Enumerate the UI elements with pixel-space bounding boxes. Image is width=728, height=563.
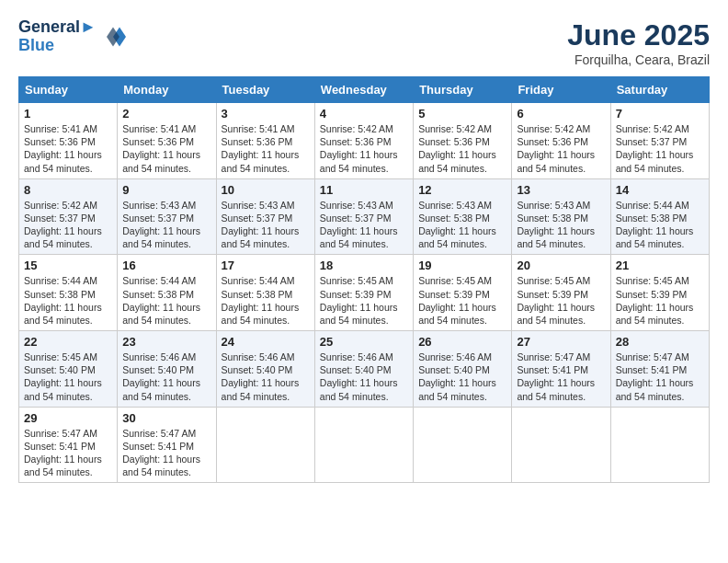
day-info: Sunrise: 5:44 AMSunset: 5:38 PMDaylight:…	[24, 275, 102, 326]
calendar-cell: 9 Sunrise: 5:43 AMSunset: 5:37 PMDayligh…	[118, 178, 216, 255]
day-info: Sunrise: 5:41 AMSunset: 5:36 PMDaylight:…	[222, 123, 300, 174]
calendar-cell: 12 Sunrise: 5:43 AMSunset: 5:38 PMDaylig…	[414, 178, 512, 255]
day-number: 12	[418, 183, 506, 197]
day-info: Sunrise: 5:46 AMSunset: 5:40 PMDaylight:…	[320, 351, 398, 402]
calendar-cell	[512, 407, 610, 483]
day-number: 21	[616, 259, 704, 272]
weekday-header-wednesday: Wednesday	[314, 77, 413, 103]
calendar-cell: 4 Sunrise: 5:42 AMSunset: 5:36 PMDayligh…	[314, 103, 413, 179]
day-number: 5	[418, 107, 506, 121]
weekday-header-friday: Friday	[512, 77, 610, 103]
calendar-cell: 25 Sunrise: 5:46 AMSunset: 5:40 PMDaylig…	[314, 331, 413, 408]
calendar-cell: 30 Sunrise: 5:47 AMSunset: 5:41 PMDaylig…	[118, 407, 216, 483]
weekday-header-monday: Monday	[118, 77, 216, 103]
calendar-week-1: 1 Sunrise: 5:41 AMSunset: 5:36 PMDayligh…	[19, 103, 710, 179]
calendar-cell: 26 Sunrise: 5:46 AMSunset: 5:40 PMDaylig…	[414, 331, 512, 408]
calendar-cell: 3 Sunrise: 5:41 AMSunset: 5:36 PMDayligh…	[216, 103, 314, 179]
day-number: 23	[122, 335, 210, 349]
day-number: 25	[320, 335, 408, 349]
calendar-table: SundayMondayTuesdayWednesdayThursdayFrid…	[18, 76, 710, 483]
day-number: 20	[517, 259, 605, 272]
calendar-cell: 13 Sunrise: 5:43 AMSunset: 5:38 PMDaylig…	[512, 178, 610, 255]
day-info: Sunrise: 5:42 AMSunset: 5:36 PMDaylight:…	[320, 123, 398, 174]
logo-icon	[100, 24, 126, 50]
day-info: Sunrise: 5:43 AMSunset: 5:38 PMDaylight:…	[517, 200, 595, 250]
day-info: Sunrise: 5:42 AMSunset: 5:36 PMDaylight:…	[517, 123, 595, 174]
day-info: Sunrise: 5:43 AMSunset: 5:37 PMDaylight:…	[222, 200, 300, 250]
day-number: 8	[24, 183, 112, 197]
calendar-cell: 23 Sunrise: 5:46 AMSunset: 5:40 PMDaylig…	[118, 331, 216, 408]
weekday-header-tuesday: Tuesday	[216, 77, 314, 103]
logo-text: General►Blue	[18, 18, 97, 55]
calendar-cell: 21 Sunrise: 5:45 AMSunset: 5:39 PMDaylig…	[610, 255, 709, 331]
day-number: 11	[320, 183, 408, 197]
day-number: 17	[222, 259, 310, 272]
calendar-cell: 22 Sunrise: 5:45 AMSunset: 5:40 PMDaylig…	[19, 331, 118, 408]
calendar-week-2: 8 Sunrise: 5:42 AMSunset: 5:37 PMDayligh…	[19, 178, 710, 255]
day-number: 26	[418, 335, 506, 349]
day-info: Sunrise: 5:45 AMSunset: 5:39 PMDaylight:…	[517, 275, 595, 326]
day-info: Sunrise: 5:43 AMSunset: 5:38 PMDaylight:…	[418, 200, 496, 250]
calendar-cell: 27 Sunrise: 5:47 AMSunset: 5:41 PMDaylig…	[512, 331, 610, 408]
calendar-cell: 1 Sunrise: 5:41 AMSunset: 5:36 PMDayligh…	[19, 103, 118, 179]
day-number: 2	[122, 107, 210, 121]
weekday-header-sunday: Sunday	[19, 77, 118, 103]
calendar-cell: 5 Sunrise: 5:42 AMSunset: 5:36 PMDayligh…	[414, 103, 512, 179]
day-number: 30	[122, 411, 210, 425]
calendar-cell: 19 Sunrise: 5:45 AMSunset: 5:39 PMDaylig…	[414, 255, 512, 331]
day-info: Sunrise: 5:47 AMSunset: 5:41 PMDaylight:…	[616, 351, 694, 402]
calendar-cell: 2 Sunrise: 5:41 AMSunset: 5:36 PMDayligh…	[118, 103, 216, 179]
day-number: 3	[222, 107, 310, 121]
calendar-week-3: 15 Sunrise: 5:44 AMSunset: 5:38 PMDaylig…	[19, 255, 710, 331]
page-header: General►Blue June 2025 Forquilha, Ceara,…	[18, 18, 710, 67]
calendar-cell: 14 Sunrise: 5:44 AMSunset: 5:38 PMDaylig…	[610, 178, 709, 255]
calendar-week-5: 29 Sunrise: 5:47 AMSunset: 5:41 PMDaylig…	[19, 407, 710, 483]
month-title: June 2025	[567, 18, 710, 52]
day-info: Sunrise: 5:47 AMSunset: 5:41 PMDaylight:…	[122, 428, 200, 478]
day-info: Sunrise: 5:45 AMSunset: 5:39 PMDaylight:…	[616, 275, 694, 326]
calendar-cell: 8 Sunrise: 5:42 AMSunset: 5:37 PMDayligh…	[19, 178, 118, 255]
day-info: Sunrise: 5:45 AMSunset: 5:39 PMDaylight:…	[320, 275, 398, 326]
calendar-cell	[414, 407, 512, 483]
weekday-header-saturday: Saturday	[610, 77, 709, 103]
day-number: 27	[517, 335, 605, 349]
day-info: Sunrise: 5:42 AMSunset: 5:37 PMDaylight:…	[616, 123, 694, 174]
day-info: Sunrise: 5:45 AMSunset: 5:40 PMDaylight:…	[24, 351, 102, 402]
day-number: 29	[24, 411, 112, 425]
day-info: Sunrise: 5:42 AMSunset: 5:36 PMDaylight:…	[418, 123, 496, 174]
calendar-cell: 28 Sunrise: 5:47 AMSunset: 5:41 PMDaylig…	[610, 331, 709, 408]
day-number: 18	[320, 259, 408, 272]
day-info: Sunrise: 5:47 AMSunset: 5:41 PMDaylight:…	[517, 351, 595, 402]
calendar-cell: 11 Sunrise: 5:43 AMSunset: 5:37 PMDaylig…	[314, 178, 413, 255]
day-info: Sunrise: 5:41 AMSunset: 5:36 PMDaylight:…	[122, 123, 200, 174]
calendar-cell: 20 Sunrise: 5:45 AMSunset: 5:39 PMDaylig…	[512, 255, 610, 331]
title-block: June 2025 Forquilha, Ceara, Brazil	[567, 18, 710, 67]
day-number: 7	[616, 107, 704, 121]
day-number: 16	[122, 259, 210, 272]
calendar-cell	[314, 407, 413, 483]
day-number: 10	[222, 183, 310, 197]
calendar-week-4: 22 Sunrise: 5:45 AMSunset: 5:40 PMDaylig…	[19, 331, 710, 408]
day-number: 13	[517, 183, 605, 197]
day-info: Sunrise: 5:43 AMSunset: 5:37 PMDaylight:…	[320, 200, 398, 250]
day-number: 9	[122, 183, 210, 197]
day-number: 19	[418, 259, 506, 272]
day-number: 24	[222, 335, 310, 349]
day-info: Sunrise: 5:46 AMSunset: 5:40 PMDaylight:…	[418, 351, 496, 402]
day-info: Sunrise: 5:41 AMSunset: 5:36 PMDaylight:…	[24, 123, 102, 174]
calendar-cell: 29 Sunrise: 5:47 AMSunset: 5:41 PMDaylig…	[19, 407, 118, 483]
day-info: Sunrise: 5:44 AMSunset: 5:38 PMDaylight:…	[122, 275, 200, 326]
day-info: Sunrise: 5:44 AMSunset: 5:38 PMDaylight:…	[222, 275, 300, 326]
day-number: 6	[517, 107, 605, 121]
calendar-cell: 18 Sunrise: 5:45 AMSunset: 5:39 PMDaylig…	[314, 255, 413, 331]
day-number: 4	[320, 107, 408, 121]
day-info: Sunrise: 5:42 AMSunset: 5:37 PMDaylight:…	[24, 200, 102, 250]
calendar-cell: 15 Sunrise: 5:44 AMSunset: 5:38 PMDaylig…	[19, 255, 118, 331]
day-number: 15	[24, 259, 112, 272]
calendar-cell: 10 Sunrise: 5:43 AMSunset: 5:37 PMDaylig…	[216, 178, 314, 255]
day-number: 28	[616, 335, 704, 349]
day-number: 22	[24, 335, 112, 349]
day-info: Sunrise: 5:45 AMSunset: 5:39 PMDaylight:…	[418, 275, 496, 326]
day-info: Sunrise: 5:43 AMSunset: 5:37 PMDaylight:…	[122, 200, 200, 250]
logo: General►Blue	[18, 18, 126, 55]
